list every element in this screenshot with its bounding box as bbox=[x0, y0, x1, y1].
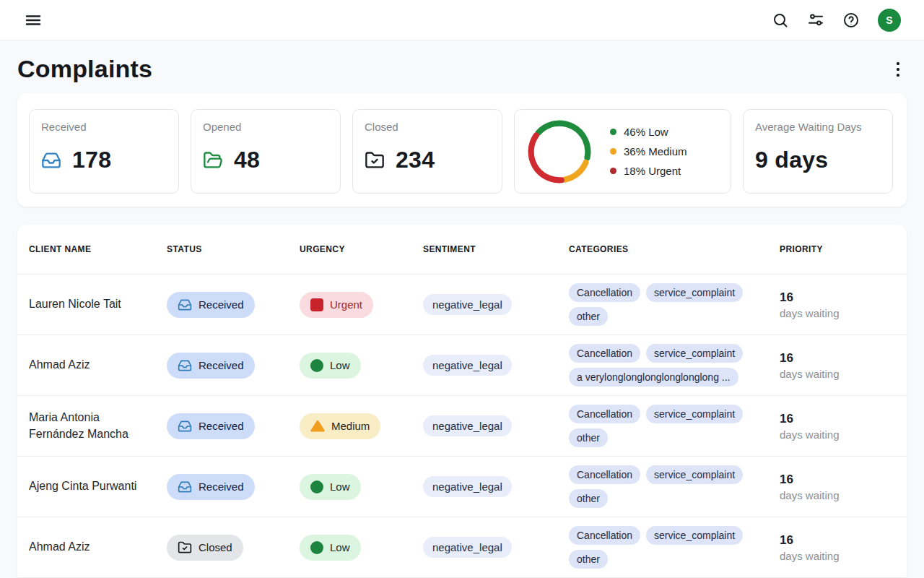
status-label: Received bbox=[199, 420, 244, 432]
category-chip: other bbox=[569, 550, 608, 569]
category-chip: Cancellation bbox=[569, 526, 640, 545]
legend-label-medium: 36% Medium bbox=[624, 145, 687, 158]
summary-cards-panel: Received 178 Opened 48 Closed bbox=[17, 93, 907, 207]
column-header-sentiment: SENTIMENT bbox=[423, 244, 569, 254]
top-bar: S bbox=[0, 0, 924, 40]
donut-segment-urgent bbox=[531, 135, 562, 180]
urgency-cell: Medium bbox=[300, 413, 423, 439]
category-chip: other bbox=[569, 489, 608, 508]
table-row[interactable]: Ahmad AzizClosedLownegative_legalCancell… bbox=[17, 517, 907, 577]
low-circle-marker bbox=[310, 541, 323, 554]
more-options-button[interactable] bbox=[889, 60, 907, 79]
table-row[interactable]: Ahmad AzizReceivedLownegative_legalCance… bbox=[17, 335, 907, 395]
sentiment-cell: negative_legal bbox=[423, 476, 569, 497]
status-badge: Received bbox=[167, 353, 255, 379]
status-badge: Received bbox=[167, 474, 255, 500]
client-name-cell: Lauren Nicole Tait bbox=[29, 296, 167, 312]
categories-cell: Cancellationservice_complaintother bbox=[569, 465, 780, 508]
table-row[interactable]: Ajeng Cinta PurwantiReceivedLownegative_… bbox=[17, 456, 907, 517]
card-average-waiting: Average Waiting Days 9 days bbox=[743, 109, 893, 194]
table-header-row: CLIENT NAMESTATUSURGENCYSENTIMENTCATEGOR… bbox=[17, 225, 907, 274]
table-row[interactable]: Lauren Nicole TaitReceivedUrgentnegative… bbox=[17, 274, 907, 335]
priority-cell: 16days waiting bbox=[780, 412, 895, 441]
urgency-label: Urgent bbox=[330, 298, 362, 311]
legend-dot-medium bbox=[610, 148, 616, 155]
client-name-cell: Ajeng Cinta Purwanti bbox=[29, 478, 167, 494]
priority-value: 16 bbox=[780, 533, 895, 548]
card-average-waiting-label: Average Waiting Days bbox=[755, 121, 881, 133]
inbox-icon bbox=[178, 298, 192, 312]
donut-segment-medium bbox=[565, 162, 585, 179]
priority-unit: days waiting bbox=[780, 368, 895, 380]
category-chip: other bbox=[569, 307, 608, 326]
urgent-square-marker bbox=[310, 298, 323, 311]
urgency-badge: Medium bbox=[300, 413, 380, 439]
filter-sliders-icon[interactable] bbox=[807, 12, 824, 29]
urgency-cell: Low bbox=[300, 535, 423, 561]
inbox-icon bbox=[178, 358, 192, 373]
sentiment-cell: negative_legal bbox=[423, 537, 569, 558]
urgency-donut-chart bbox=[525, 117, 594, 186]
column-header-status: STATUS bbox=[167, 244, 300, 254]
priority-value: 16 bbox=[780, 473, 895, 487]
inbox-icon bbox=[178, 480, 192, 494]
priority-unit: days waiting bbox=[780, 550, 895, 562]
status-cell: Received bbox=[167, 292, 300, 318]
category-chip: service_complaint bbox=[646, 344, 743, 363]
categories-cell: Cancellationservice_complainta verylongl… bbox=[569, 344, 780, 387]
medium-triangle-marker bbox=[310, 420, 325, 432]
sentiment-cell: negative_legal bbox=[423, 355, 569, 376]
status-badge: Received bbox=[167, 413, 255, 439]
card-opened: Opened 48 bbox=[191, 109, 341, 194]
status-cell: Received bbox=[167, 474, 300, 500]
legend-label-urgent: 18% Urgent bbox=[624, 165, 681, 177]
folder-open-icon bbox=[203, 150, 223, 171]
status-badge: Received bbox=[167, 292, 255, 318]
complaints-table: CLIENT NAMESTATUSURGENCYSENTIMENTCATEGOR… bbox=[17, 225, 907, 577]
priority-unit: days waiting bbox=[780, 489, 895, 501]
search-icon[interactable] bbox=[772, 12, 789, 29]
status-label: Received bbox=[199, 480, 244, 493]
priority-cell: 16days waiting bbox=[780, 473, 895, 501]
category-chip: service_complaint bbox=[646, 465, 743, 484]
low-circle-marker bbox=[310, 359, 323, 372]
card-average-waiting-value: 9 days bbox=[755, 147, 828, 173]
priority-cell: 16days waiting bbox=[780, 533, 895, 562]
card-opened-value: 48 bbox=[234, 147, 260, 173]
status-label: Received bbox=[199, 359, 244, 371]
column-header-categories: CATEGORIES bbox=[569, 244, 780, 254]
card-closed-value: 234 bbox=[396, 147, 435, 173]
legend-item-medium: 36% Medium bbox=[610, 145, 687, 158]
category-chip: Cancellation bbox=[569, 344, 640, 363]
avatar[interactable]: S bbox=[878, 9, 901, 32]
card-closed: Closed 234 bbox=[352, 109, 502, 194]
legend-label-low: 46% Low bbox=[624, 126, 668, 138]
legend-dot-urgent bbox=[610, 168, 616, 174]
category-chip: service_complaint bbox=[646, 405, 743, 423]
column-header-priority: PRIORITY bbox=[780, 244, 895, 254]
urgency-badge: Low bbox=[300, 353, 361, 379]
low-circle-marker bbox=[310, 480, 323, 493]
help-icon[interactable] bbox=[842, 12, 860, 29]
urgency-badge: Urgent bbox=[300, 292, 373, 318]
table-row[interactable]: Maria Antonia Fernández ManchaReceivedMe… bbox=[17, 395, 907, 456]
priority-value: 16 bbox=[780, 412, 895, 426]
menu-icon[interactable] bbox=[25, 12, 42, 29]
page-header: Complaints bbox=[0, 40, 924, 93]
priority-value: 16 bbox=[780, 351, 895, 366]
urgency-label: Medium bbox=[331, 420, 370, 432]
priority-unit: days waiting bbox=[780, 428, 895, 441]
client-name-cell: Ahmad Aziz bbox=[29, 357, 167, 373]
legend-item-low: 46% Low bbox=[610, 126, 687, 138]
sentiment-badge: negative_legal bbox=[423, 294, 512, 315]
legend-item-urgent: 18% Urgent bbox=[610, 165, 687, 177]
sentiment-badge: negative_legal bbox=[423, 476, 512, 497]
urgency-label: Low bbox=[330, 480, 350, 493]
inbox-icon bbox=[178, 419, 192, 434]
card-urgency-chart: 46% Low 36% Medium 18% Urgent bbox=[514, 109, 731, 194]
category-chip: Cancellation bbox=[569, 465, 640, 484]
category-chip: service_complaint bbox=[646, 283, 743, 302]
status-cell: Received bbox=[167, 413, 300, 439]
category-chip: Cancellation bbox=[569, 405, 640, 423]
urgency-label: Low bbox=[330, 359, 350, 371]
